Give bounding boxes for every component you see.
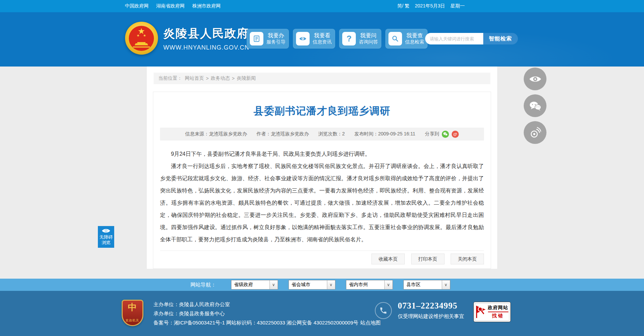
article-paragraph: 潘才良一行到达瑶乡后，实地考察了瑶校、民族民俗文化楼等民俗民族文化景点。并召开了…	[160, 160, 484, 246]
footer-undertaker: 承办单位：炎陵县政务服务中心	[154, 309, 381, 318]
wechat-share-icon[interactable]	[442, 131, 449, 138]
close-page-button[interactable]: 关闭本页	[451, 254, 484, 264]
article-card: 县委副书记潘才良到瑶乡调研 信息来源：龙渣瑶族乡党政办 作者：龙渣瑶族乡党政办 …	[153, 92, 491, 269]
sitemap-link[interactable]: 站点地图	[360, 320, 381, 325]
quick-buttons: 我要办 服务引导 我要看 信息资讯 ? 我要问 咨询问答	[247, 29, 428, 49]
breadcrumb-label: 当前位置：	[158, 75, 182, 81]
eye-icon	[529, 75, 542, 83]
current-date: 2021年5月3日	[415, 3, 445, 9]
accessibility-eye-button[interactable]	[524, 68, 546, 90]
meta-source: 信息来源：龙渣瑶族乡党政办	[185, 131, 247, 137]
weibo-button[interactable]	[524, 121, 546, 144]
chevron-down-icon: ∨	[269, 280, 278, 289]
chevron-down-icon: ∨	[442, 280, 450, 289]
footer-organizer: 主办单位：炎陵县人民政府办公室	[154, 300, 381, 309]
share-label: 分享到	[425, 131, 439, 137]
site-url: WWW.HNYANLING.GOV.CN	[163, 44, 249, 51]
breadcrumb-yanling-news[interactable]: 炎陵新闻	[237, 75, 256, 81]
breadcrumb: 当前位置： 网站首页 > 政务动态 > 炎陵新闻	[154, 73, 490, 84]
site-name: 炎陵县人民政府	[163, 26, 249, 41]
main-area: 当前位置： 网站首页 > 政务动态 > 炎陵新闻 县委副书记潘才良到瑶乡调研 信…	[0, 67, 644, 279]
print-page-button[interactable]: 打印本页	[411, 254, 445, 264]
footer-phone-number: 0731–22234995	[398, 301, 464, 311]
footer-phone-block: 0731–22234995 仅受理网站建设维护相关事宜	[375, 301, 464, 320]
flag-magnifier-icon	[476, 305, 486, 318]
gov-links: 中国政府网 湖南省政府网 株洲市政府网	[125, 0, 221, 12]
select-capital-cities[interactable]: 省会城市 ∨	[289, 280, 335, 290]
article-actions: 收藏本页 打印本页 关闭本页	[160, 250, 484, 268]
quick-btn-query[interactable]: 我要查 信息检索	[385, 29, 428, 49]
article-body: 9月24日下午，县委副书记潘才良率县老干局、民政局主要负责人到瑶乡进行调研。 潘…	[160, 148, 484, 246]
search-icon	[388, 32, 402, 45]
eye-icon	[102, 228, 110, 234]
site-nav-strip: 网站导航： 省级政府 ∨ 省会城市 ∨ 省内市州 ∨ 县市区 ∨	[0, 279, 644, 291]
weibo-icon	[529, 127, 541, 138]
footer-phone-note: 仅受理网站建设维护相关事宜	[398, 313, 464, 320]
question-icon: ?	[342, 32, 356, 45]
site-search: 智能检索	[425, 33, 518, 44]
link-china-gov[interactable]: 中国政府网	[125, 3, 149, 9]
accessibility-browse-button[interactable]: 无障碍 浏览	[98, 226, 114, 248]
quick-btn-ask[interactable]: ? 我要问 咨询问答	[339, 29, 381, 49]
eye-icon	[296, 32, 310, 45]
select-provincial-gov[interactable]: 省级政府 ∨	[231, 280, 278, 290]
meta-views: 浏览次数：2	[318, 131, 345, 137]
article-paragraph: 9月24日下午，县委副书记潘才良率县老干局、民政局主要负责人到瑶乡进行调研。	[160, 148, 484, 160]
chevron-down-icon: ∨	[384, 280, 393, 289]
select-county-districts[interactable]: 县市区 ∨	[403, 280, 450, 290]
meta-publish-time: 发布时间：2009-09-25 16:11	[354, 131, 416, 137]
gov-site-error-report-badge[interactable]: 政府网站 找错	[473, 302, 511, 322]
bookmark-page-button[interactable]: 收藏本页	[371, 254, 405, 264]
national-emblem-logo: ★ ★★	[125, 22, 158, 55]
quick-btn-service[interactable]: 我要办 服务引导	[247, 29, 289, 49]
party-gov-shield-badge: 中 党政机关	[122, 300, 143, 326]
topbar: 中国政府网 湖南省政府网 株洲市政府网 简/ 繁 2021年5月3日 星期一	[0, 0, 644, 12]
search-input[interactable]	[425, 33, 483, 44]
phone-icon	[375, 302, 392, 319]
article-title: 县委副书记潘才良到瑶乡调研	[160, 104, 484, 118]
footer-icp: 备案号：湘ICP备05003421号-1 网站标识码：4302250033 湘公…	[154, 318, 381, 327]
site-header: ★ ★★ 炎陵县人民政府 WWW.HNYANLING.GOV.CN 我要办 服务…	[0, 12, 644, 67]
wechat-icon	[529, 101, 541, 111]
select-province-cities[interactable]: 省内市州 ∨	[346, 280, 393, 290]
current-weekday: 星期一	[451, 3, 465, 9]
quick-btn-news[interactable]: 我要看 信息资讯	[293, 29, 335, 49]
site-brand[interactable]: ★ ★★ 炎陵县人民政府 WWW.HNYANLING.GOV.CN	[125, 22, 249, 55]
site-footer: 中 党政机关 主办单位：炎陵县人民政府办公室 承办单位：炎陵县政务服务中心 备案…	[0, 291, 644, 336]
breadcrumb-home[interactable]: 网站首页	[185, 75, 204, 81]
link-zhuzhou-gov[interactable]: 株洲市政府网	[192, 3, 221, 9]
side-float-icons	[524, 68, 546, 144]
weibo-share-icon[interactable]	[452, 131, 459, 138]
breadcrumb-news-section[interactable]: 政务动态	[211, 75, 230, 81]
document-icon	[250, 32, 263, 45]
content-column: 当前位置： 网站首页 > 政务动态 > 炎陵新闻 县委副书记潘才良到瑶乡调研 信…	[147, 67, 497, 269]
nav-strip-label: 网站导航：	[191, 282, 216, 288]
article-meta: 信息来源：龙渣瑶族乡党政办 作者：龙渣瑶族乡党政办 浏览次数：2 发布时间：20…	[160, 128, 484, 141]
wechat-button[interactable]	[524, 94, 546, 117]
link-hunan-gov[interactable]: 湖南省政府网	[156, 3, 185, 9]
chevron-down-icon: ∨	[327, 280, 335, 289]
meta-author: 作者：龙渣瑶族乡党政办	[257, 131, 309, 137]
simplified-traditional-toggle[interactable]: 简/ 繁	[397, 3, 410, 9]
smart-search-button[interactable]: 智能检索	[483, 33, 518, 44]
